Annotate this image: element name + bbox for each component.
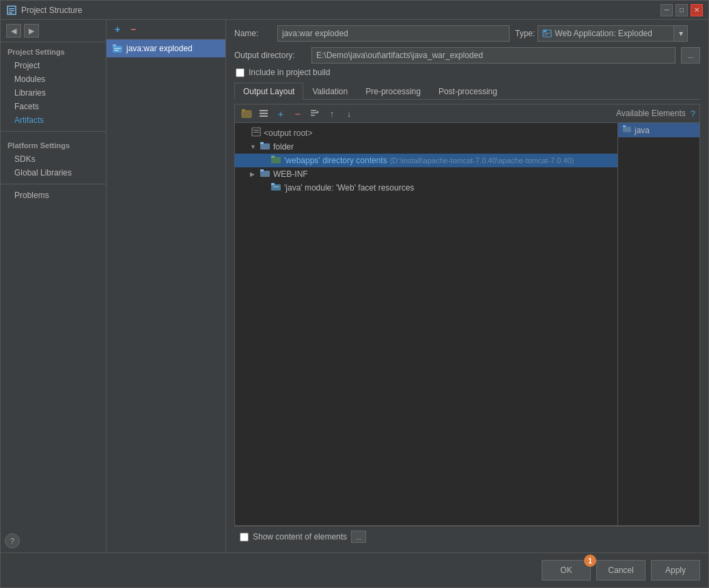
svg-marker-20 bbox=[316, 111, 319, 113]
svg-rect-11 bbox=[544, 35, 548, 36]
svg-rect-32 bbox=[273, 186, 279, 187]
avail-java-label: java bbox=[635, 126, 650, 135]
nav-forward-button[interactable]: ▶ bbox=[24, 24, 39, 38]
output-dir-row: Output directory: ... bbox=[234, 47, 700, 64]
avail-java-icon bbox=[622, 125, 632, 135]
tree-arrow-folder: ▼ bbox=[250, 143, 260, 150]
remove-tool-button[interactable]: − bbox=[290, 107, 305, 120]
svg-rect-22 bbox=[253, 130, 259, 130]
output-toolbar: + − ↑ ↓ bbox=[235, 104, 699, 123]
webapps-icon bbox=[270, 155, 281, 166]
tree-item-webapps-label: 'webapps' directory contents bbox=[284, 156, 387, 165]
tree-item-label: <output root> bbox=[264, 128, 312, 138]
show-content-options-button[interactable]: ... bbox=[351, 531, 366, 543]
sidebar-item-facets[interactable]: Facets bbox=[1, 100, 106, 113]
list-tool-button[interactable] bbox=[256, 107, 271, 120]
tree-item-webapps-path: (D:\install\apache-tomcat-7.0.40\apache-… bbox=[390, 156, 574, 165]
details-panel: Name: Type: bbox=[226, 20, 708, 552]
svg-rect-24 bbox=[260, 143, 270, 150]
sort-tool-button[interactable] bbox=[307, 107, 322, 120]
main-content: ◀ ▶ Project Settings Project Modules Lib… bbox=[1, 20, 708, 552]
tab-pre-processing[interactable]: Pre-processing bbox=[357, 83, 430, 100]
close-button[interactable]: ✕ bbox=[691, 4, 703, 16]
nav-back-button[interactable]: ◀ bbox=[6, 24, 21, 38]
browse-button[interactable]: ... bbox=[681, 47, 700, 64]
svg-rect-7 bbox=[114, 50, 119, 51]
artifact-icon bbox=[112, 43, 123, 54]
type-wrapper: Type: Web Application: Explo bbox=[515, 25, 688, 42]
cancel-button[interactable]: Cancel bbox=[596, 560, 645, 580]
add-artifact-button[interactable]: + bbox=[111, 23, 124, 36]
tree-item-java-module-label: 'java' module: 'Web' facet resources bbox=[284, 183, 414, 193]
sidebar-nav-buttons: ◀ ▶ bbox=[1, 20, 106, 42]
tree-item-output-root[interactable]: <output root> bbox=[235, 126, 617, 140]
sidebar-item-sdks[interactable]: SDKs bbox=[1, 152, 106, 166]
sidebar-item-global-libraries[interactable]: Global Libraries bbox=[1, 166, 106, 180]
tree-arrow-webinf: ▶ bbox=[250, 171, 260, 178]
sidebar-item-modules[interactable]: Modules bbox=[1, 72, 106, 86]
sidebar-divider-2 bbox=[1, 184, 106, 184]
sidebar-item-artifacts[interactable]: Artifacts bbox=[1, 113, 106, 127]
tab-validation[interactable]: Validation bbox=[303, 83, 357, 100]
include-project-build-checkbox[interactable] bbox=[236, 68, 245, 77]
svg-rect-14 bbox=[260, 110, 268, 111]
available-elements-help-icon[interactable]: ? bbox=[691, 109, 695, 119]
webinf-icon bbox=[260, 169, 270, 180]
sidebar-item-project[interactable]: Project bbox=[1, 59, 106, 72]
minimize-button[interactable]: ─ bbox=[661, 4, 673, 16]
right-panel: Name: Type: bbox=[226, 20, 708, 552]
svg-rect-27 bbox=[271, 156, 275, 158]
output-layout-panel: + − ↑ ↓ bbox=[234, 104, 700, 526]
folder-icon bbox=[260, 141, 270, 152]
svg-rect-31 bbox=[271, 183, 275, 185]
sidebar-help-button[interactable]: ? bbox=[5, 533, 20, 548]
tree-item-webapps[interactable]: 'webapps' directory contents (D:\install… bbox=[235, 154, 617, 167]
ok-button-wrapper: OK 1 bbox=[542, 560, 591, 580]
tab-post-processing[interactable]: Post-processing bbox=[430, 83, 506, 100]
svg-rect-33 bbox=[623, 127, 631, 132]
svg-rect-15 bbox=[260, 113, 268, 114]
sidebar: ◀ ▶ Project Settings Project Modules Lib… bbox=[1, 20, 107, 552]
svg-rect-2 bbox=[9, 10, 14, 12]
apply-button[interactable]: Apply bbox=[651, 560, 700, 580]
available-panel: java bbox=[617, 123, 699, 525]
output-root-icon bbox=[251, 127, 261, 139]
svg-rect-1 bbox=[9, 8, 14, 10]
artifacts-panel: + − java:war exploded bbox=[107, 20, 226, 552]
tree-item-webinf[interactable]: ▶ WEB-INF bbox=[235, 167, 617, 181]
project-structure-dialog: Project Structure ─ □ ✕ ◀ ▶ Project Sett… bbox=[0, 0, 709, 588]
avail-item-java[interactable]: java bbox=[618, 123, 699, 137]
platform-settings-title: Platform Settings bbox=[1, 136, 106, 152]
tree-item-java-module[interactable]: 'java' module: 'Web' facet resources bbox=[235, 181, 617, 195]
move-down-button[interactable]: ↓ bbox=[342, 107, 357, 120]
svg-rect-10 bbox=[544, 33, 550, 33]
maximize-button[interactable]: □ bbox=[676, 4, 688, 16]
name-label: Name: bbox=[234, 29, 272, 38]
name-row: Name: Type: bbox=[234, 25, 700, 42]
include-project-build-row: Include in project build bbox=[234, 68, 700, 77]
tab-output-layout[interactable]: Output Layout bbox=[234, 83, 303, 100]
available-elements-label: Available Elements bbox=[616, 109, 686, 118]
ok-button[interactable]: OK bbox=[542, 560, 591, 580]
show-content-checkbox[interactable] bbox=[240, 533, 249, 542]
type-dropdown-button[interactable]: ▾ bbox=[674, 25, 688, 42]
tabs-bar: Output Layout Validation Pre-processing … bbox=[234, 83, 700, 100]
sidebar-item-libraries[interactable]: Libraries bbox=[1, 86, 106, 100]
tree-item-webinf-label: WEB-INF bbox=[273, 169, 308, 179]
name-input[interactable] bbox=[277, 25, 510, 42]
artifact-item-label: java:war exploded bbox=[126, 44, 193, 53]
folder-tool-button[interactable] bbox=[239, 107, 254, 120]
sidebar-item-problems[interactable]: Problems bbox=[1, 188, 106, 202]
window-icon bbox=[6, 5, 17, 16]
add-tool-button[interactable]: + bbox=[273, 107, 288, 120]
type-value: Web Application: Exploded bbox=[555, 29, 652, 38]
svg-rect-13 bbox=[242, 109, 245, 111]
sidebar-bottom: ? bbox=[1, 529, 106, 552]
artifact-item-java-war[interactable]: java:war exploded bbox=[107, 40, 225, 57]
tree-item-folder[interactable]: ▼ folder bbox=[235, 140, 617, 154]
svg-rect-26 bbox=[271, 157, 281, 163]
remove-artifact-button[interactable]: − bbox=[126, 23, 140, 36]
move-up-button[interactable]: ↑ bbox=[324, 107, 339, 120]
output-dir-input[interactable] bbox=[311, 47, 676, 64]
svg-rect-25 bbox=[260, 142, 264, 144]
